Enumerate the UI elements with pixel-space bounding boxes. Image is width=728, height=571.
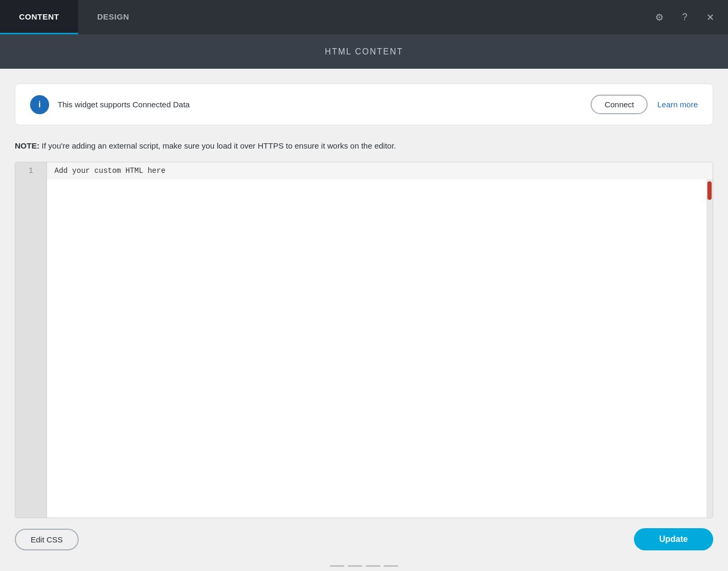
drag-dot-2	[348, 565, 362, 567]
main-content: i This widget supports Connected Data Co…	[0, 69, 728, 518]
connect-button[interactable]: Connect	[591, 95, 648, 114]
code-editor[interactable]: 1 Add your custom HTML here	[15, 162, 713, 519]
top-navigation: CONTENT DESIGN ⚙ ? ✕	[0, 0, 728, 34]
note-text: NOTE: If you're adding an external scrip…	[15, 140, 713, 152]
bottom-bar: Edit CSS Update	[0, 518, 728, 560]
drag-handle[interactable]	[0, 560, 728, 571]
drag-dot-3	[366, 565, 380, 567]
help-icon: ?	[682, 12, 687, 23]
settings-button[interactable]: ⚙	[648, 6, 671, 29]
tab-design[interactable]: DESIGN	[78, 0, 148, 34]
banner-text: This widget supports Connected Data	[58, 100, 591, 109]
drag-dot-1	[330, 565, 344, 567]
note-bold-prefix: NOTE:	[15, 141, 40, 150]
code-line-1: 1 Add your custom HTML here	[15, 162, 713, 179]
help-button[interactable]: ?	[673, 6, 696, 29]
edit-css-button[interactable]: Edit CSS	[15, 529, 79, 550]
update-button[interactable]: Update	[634, 528, 713, 550]
gear-icon: ⚙	[655, 12, 664, 23]
code-content-1[interactable]: Add your custom HTML here	[47, 162, 713, 179]
connected-data-banner: i This widget supports Connected Data Co…	[15, 84, 713, 125]
scroll-thumb	[707, 181, 712, 200]
drag-dots	[330, 565, 398, 567]
right-scrollbar[interactable]	[706, 179, 713, 518]
drag-dot-4	[384, 565, 398, 567]
code-body-content[interactable]	[47, 179, 713, 518]
info-icon: i	[39, 100, 41, 109]
nav-spacer	[148, 0, 648, 34]
learn-more-link[interactable]: Learn more	[657, 100, 698, 109]
editor-body[interactable]	[15, 179, 713, 518]
nav-icons-group: ⚙ ? ✕	[648, 0, 728, 34]
line-number-1: 1	[15, 162, 47, 179]
banner-actions: Connect Learn more	[591, 95, 698, 114]
tab-content[interactable]: CONTENT	[0, 0, 78, 34]
note-body: If you're adding an external script, mak…	[40, 141, 396, 150]
close-icon: ✕	[706, 12, 714, 23]
section-title-bar: HTML CONTENT	[0, 34, 728, 69]
section-title: HTML CONTENT	[325, 47, 404, 57]
close-button[interactable]: ✕	[698, 6, 722, 29]
line-numbers-column	[15, 179, 47, 518]
info-icon-circle: i	[30, 95, 49, 114]
